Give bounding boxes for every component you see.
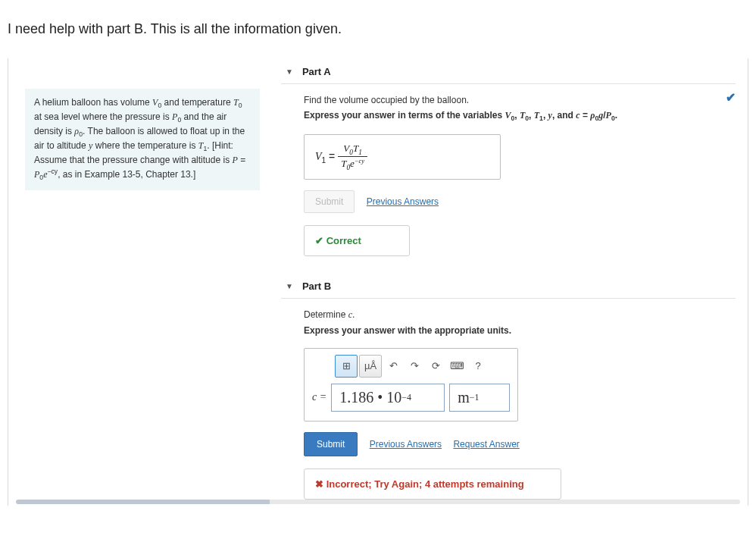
part-a-body: ✔ Find the volume occupied by the balloo…: [281, 84, 736, 273]
part-a-previous-answers-link[interactable]: Previous Answers: [367, 196, 439, 207]
caret-down-icon: ▼: [286, 282, 293, 290]
answer-lhs-label: c =: [312, 391, 326, 403]
problem-statement: A helium balloon has volume V0 and tempe…: [25, 89, 260, 190]
part-a-feedback: Correct: [304, 225, 410, 256]
editor-toolbar: ⊞ µÅ ↶ ↷ ⟳ ⌨ ?: [335, 355, 510, 378]
part-a-instruction: Find the volume occupied by the balloon.: [304, 95, 736, 105]
part-b-header[interactable]: ▼ Part B: [281, 273, 736, 299]
feedback-correct-text: Correct: [315, 235, 361, 246]
part-b-label: Part B: [302, 280, 331, 292]
reset-button[interactable]: ⟳: [426, 355, 445, 378]
caret-down-icon: ▼: [286, 67, 293, 76]
part-b-express-hint: Express your answer with the appropriate…: [304, 325, 736, 336]
answer-value-input[interactable]: 1.186 • 10−4: [331, 384, 445, 412]
part-a-answer-denominator: T0e−cy: [338, 157, 367, 171]
help-button[interactable]: ?: [468, 355, 488, 378]
problem-frame: A helium balloon has volume V0 and tempe…: [8, 58, 748, 506]
part-b-body: Determine c. Express your answer with th…: [281, 299, 736, 506]
answer-input-panel: ⊞ µÅ ↶ ↷ ⟳ ⌨ ? c = 1.186 • 10−4 m−1: [304, 348, 518, 421]
part-a-submit-button: Submit: [304, 190, 355, 213]
part-a-answer-numerator: V0T1: [338, 143, 367, 157]
check-icon: ✔: [726, 90, 736, 105]
part-a-answer-lhs: V1 =: [315, 150, 338, 162]
part-b-feedback: Incorrect; Try Again; 4 attempts remaini…: [304, 468, 561, 500]
part-b-instruction: Determine c.: [304, 309, 736, 321]
undo-button[interactable]: ↶: [383, 355, 403, 378]
feedback-incorrect-text: Incorrect; Try Again; 4 attempts remaini…: [315, 478, 524, 490]
part-b-previous-answers-link[interactable]: Previous Answers: [370, 439, 442, 450]
part-a-answer-display: V1 = V0T1 T0e−cy: [304, 134, 501, 180]
page-title: I need help with part B. This is all the…: [8, 21, 748, 37]
keyboard-button[interactable]: ⌨: [447, 355, 467, 378]
part-a-header[interactable]: ▼ Part A: [281, 58, 736, 84]
part-b-request-answer-link[interactable]: Request Answer: [453, 439, 519, 450]
part-a-express-hint: Express your answer in terms of the vari…: [304, 110, 736, 122]
redo-button[interactable]: ↷: [405, 355, 424, 378]
answer-unit-input[interactable]: m−1: [449, 384, 510, 412]
part-a-label: Part A: [302, 66, 331, 77]
templates-button[interactable]: ⊞: [335, 355, 358, 378]
horizontal-scrollbar[interactable]: [16, 500, 740, 504]
units-symbols-button[interactable]: µÅ: [359, 355, 382, 378]
part-b-submit-button[interactable]: Submit: [304, 432, 358, 456]
